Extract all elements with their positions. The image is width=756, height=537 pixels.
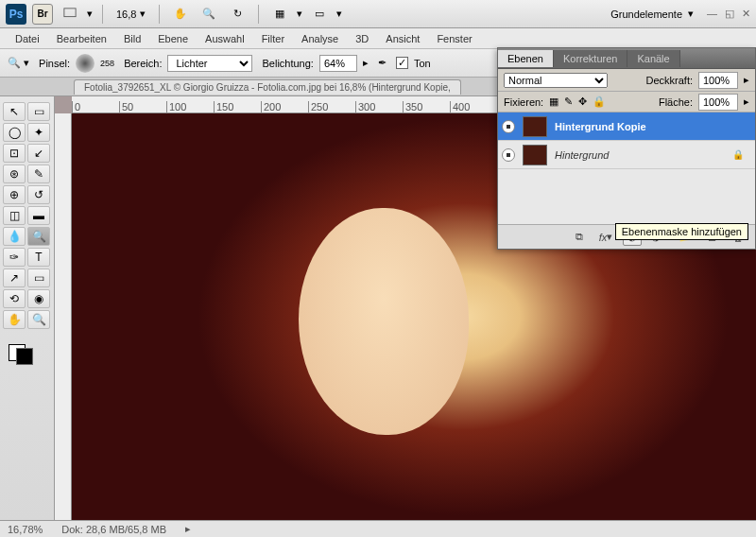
workspace-label: Grundelemente bbox=[610, 9, 682, 20]
lock-position-icon[interactable]: ✥ bbox=[578, 95, 587, 108]
history-brush-tool[interactable]: ↺ bbox=[27, 185, 50, 204]
layer-thumbnail[interactable] bbox=[523, 145, 547, 165]
menu-ansicht[interactable]: Ansicht bbox=[378, 31, 427, 46]
pen-tool[interactable]: ✑ bbox=[3, 248, 26, 267]
lock-label: Fixieren: bbox=[504, 96, 543, 108]
close-button[interactable]: ✕ bbox=[742, 8, 750, 20]
view-extras-button[interactable] bbox=[59, 4, 81, 25]
status-zoom[interactable]: 16,78% bbox=[8, 524, 43, 535]
document-tab[interactable]: Fotolia_3792651_XL © Giorgio Gruizza - F… bbox=[74, 79, 461, 95]
lasso-tool[interactable]: ◯ bbox=[3, 123, 26, 142]
status-doc-size: 28,6 MB/65,8 MB bbox=[86, 524, 166, 535]
workspace-switcher[interactable]: Grundelemente▾ bbox=[603, 6, 701, 22]
opacity-slider-arrow[interactable]: ▸ bbox=[744, 74, 749, 86]
menu-ebene[interactable]: Ebene bbox=[150, 31, 196, 46]
brush-preview[interactable] bbox=[76, 54, 94, 73]
protect-tones-label: Ton bbox=[414, 58, 431, 69]
menu-filter[interactable]: Filter bbox=[254, 31, 292, 46]
layer-style-icon[interactable]: fx▾ bbox=[596, 229, 615, 246]
layer-row[interactable]: Hintergrund Kopie bbox=[498, 113, 755, 141]
eraser-tool[interactable]: ◫ bbox=[3, 206, 26, 225]
blend-mode-select[interactable]: Normal bbox=[504, 73, 608, 88]
opacity-input[interactable] bbox=[698, 72, 738, 89]
gradient-tool[interactable]: ▬ bbox=[27, 206, 50, 225]
toolbox: ↖▭ ◯✦ ⊡↙ ⊛✎ ⊕↺ ◫▬ 💧🔍 ✑T ↗▭ ⟲◉ ✋🔍 bbox=[0, 96, 55, 520]
dodge-tool[interactable]: 🔍 bbox=[27, 227, 50, 246]
layer-thumbnail[interactable] bbox=[523, 116, 547, 137]
restore-button[interactable]: ◱ bbox=[725, 8, 734, 20]
brush-size-value: 258 bbox=[100, 59, 114, 68]
status-bar: 16,78% Dok: 28,6 MB/65,8 MB ▸ bbox=[0, 520, 756, 537]
stamp-tool[interactable]: ⊕ bbox=[3, 185, 26, 204]
lock-transparency-icon[interactable]: ▦ bbox=[549, 95, 558, 108]
protect-tones-checkbox[interactable]: ✓ bbox=[396, 57, 408, 69]
layers-panel: Ebenen Korrekturen Kanäle Normal Deckkra… bbox=[497, 47, 756, 250]
menu-auswahl[interactable]: Auswahl bbox=[198, 31, 252, 46]
fill-slider-arrow[interactable]: ▸ bbox=[744, 95, 749, 108]
lock-all-icon[interactable]: 🔒 bbox=[593, 95, 606, 108]
hand-tool[interactable]: ✋ bbox=[3, 310, 26, 329]
layer-row[interactable]: Hintergrund 🔒 bbox=[498, 141, 755, 169]
menu-bild[interactable]: Bild bbox=[116, 31, 148, 46]
crop-tool[interactable]: ⊡ bbox=[3, 144, 26, 163]
fill-input[interactable] bbox=[698, 94, 738, 111]
hand-tool-icon[interactable]: ✋ bbox=[169, 4, 192, 25]
tab-kanaele[interactable]: Kanäle bbox=[627, 50, 679, 67]
status-dropdown-arrow[interactable]: ▸ bbox=[185, 523, 191, 535]
tab-ebenen[interactable]: Ebenen bbox=[498, 50, 554, 67]
shape-tool[interactable]: ▭ bbox=[27, 268, 50, 287]
zoom-level-dropdown[interactable]: 16,8▾ bbox=[112, 8, 149, 20]
link-layers-icon[interactable]: ⧉ bbox=[570, 229, 589, 246]
blur-tool[interactable]: 💧 bbox=[3, 227, 26, 246]
zoom-tool-icon[interactable]: 🔍 bbox=[198, 4, 220, 25]
menu-analyse[interactable]: Analyse bbox=[294, 31, 346, 46]
visibility-icon[interactable] bbox=[502, 148, 515, 162]
toolbar-dropdown-arrow[interactable]: ▾ bbox=[87, 8, 93, 20]
bridge-icon[interactable]: Br bbox=[32, 4, 53, 25]
3d-camera-tool[interactable]: ◉ bbox=[27, 289, 50, 308]
layer-list: Hintergrund Kopie Hintergrund 🔒 bbox=[498, 113, 755, 224]
eyedropper-tool[interactable]: ↙ bbox=[27, 144, 50, 163]
menu-3d[interactable]: 3D bbox=[348, 31, 376, 46]
zoom-value: 16,8 bbox=[116, 9, 136, 20]
brush-label: Pinsel: bbox=[39, 58, 70, 69]
menu-fenster[interactable]: Fenster bbox=[429, 31, 479, 46]
opacity-label: Deckkraft: bbox=[645, 75, 693, 86]
move-tool[interactable]: ↖ bbox=[3, 102, 26, 121]
quick-select-tool[interactable]: ✦ bbox=[27, 123, 50, 142]
airbrush-icon[interactable]: ✒ bbox=[378, 57, 387, 69]
exposure-slider-arrow[interactable]: ▸ bbox=[363, 57, 369, 69]
menu-bearbeiten[interactable]: Bearbeiten bbox=[49, 31, 114, 46]
type-tool[interactable]: T bbox=[27, 248, 50, 267]
exposure-label: Belichtung: bbox=[262, 58, 313, 69]
path-select-tool[interactable]: ↗ bbox=[3, 268, 26, 287]
photoshop-icon: Ps bbox=[6, 4, 26, 25]
tab-korrekturen[interactable]: Korrekturen bbox=[554, 50, 627, 67]
fill-label: Fläche: bbox=[659, 96, 693, 108]
marquee-tool[interactable]: ▭ bbox=[27, 102, 50, 121]
current-tool-indicator[interactable]: 🔍 ▾ bbox=[8, 57, 29, 69]
menu-bar: Datei Bearbeiten Bild Ebene Auswahl Filt… bbox=[0, 28, 756, 49]
color-swatches[interactable] bbox=[3, 338, 51, 367]
zoom-tool-tb[interactable]: 🔍 bbox=[27, 310, 50, 329]
3d-tool[interactable]: ⟲ bbox=[3, 289, 26, 308]
rotate-view-icon[interactable]: ↻ bbox=[226, 4, 249, 25]
application-toolbar: Ps Br ▾ 16,8▾ ✋ 🔍 ↻ ▦▾ ▭▾ Grundelemente▾… bbox=[0, 0, 756, 28]
minimize-button[interactable]: — bbox=[707, 8, 717, 20]
visibility-icon[interactable] bbox=[502, 120, 515, 133]
range-label: Bereich: bbox=[124, 58, 162, 69]
healing-tool[interactable]: ⊛ bbox=[3, 165, 26, 183]
lock-pixels-icon[interactable]: ✎ bbox=[564, 95, 573, 108]
exposure-input[interactable] bbox=[319, 55, 357, 72]
screen-mode-icon[interactable]: ▭ bbox=[308, 4, 331, 25]
tooltip: Ebenenmaske hinzufügen bbox=[615, 223, 748, 240]
lock-icon: 🔒 bbox=[732, 149, 744, 160]
status-doc-label: Dok: bbox=[61, 524, 83, 535]
brush-tool[interactable]: ✎ bbox=[27, 165, 50, 183]
layer-name: Hintergrund Kopie bbox=[555, 121, 646, 132]
layer-name: Hintergrund bbox=[555, 149, 609, 161]
range-select[interactable]: Lichter bbox=[167, 55, 252, 72]
arrange-documents-icon[interactable]: ▦ bbox=[268, 4, 291, 25]
menu-datei[interactable]: Datei bbox=[8, 31, 47, 46]
svg-rect-0 bbox=[64, 8, 76, 16]
